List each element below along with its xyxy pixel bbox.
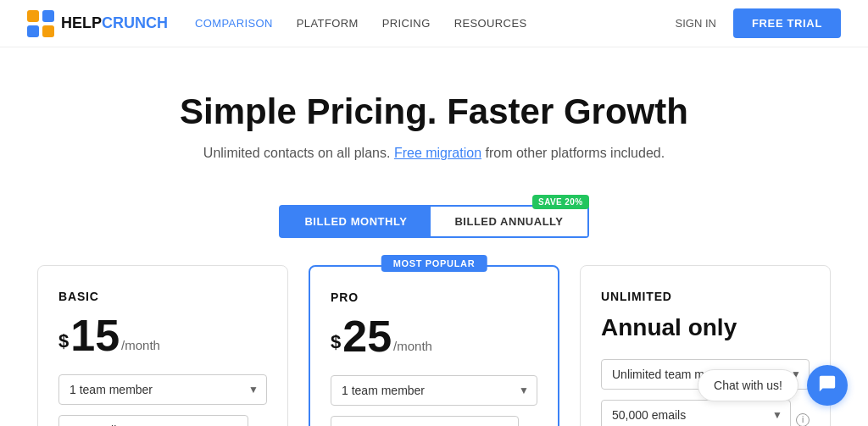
basic-price-amount: 15 (70, 313, 120, 357)
pro-email-select-wrapper: No emails 1,000 emails 5,000 emails 10,0… (331, 416, 519, 426)
nav-right: SIGN IN FREE TRIAL (676, 8, 841, 38)
nav-links: COMPARISON PLATFORM PRICING RESOURCES (195, 17, 527, 30)
svg-rect-3 (42, 25, 54, 37)
basic-email-select-wrapper: No emails 1,000 emails 5,000 emails 10,0… (58, 415, 248, 426)
nav-link-pricing[interactable]: PRICING (382, 17, 431, 30)
basic-plan-card: BASIC $ 15 /month 1 team member 2 team m… (37, 265, 288, 426)
chat-icon (818, 374, 837, 397)
unlimited-plan-title: UNLIMITED (601, 290, 810, 303)
pro-plan-title: PRO (331, 290, 537, 304)
hero-section: Simple Pricing. Faster Growth Unlimited … (0, 47, 868, 181)
unlimited-annual-label: Annual only (601, 313, 810, 342)
pro-team-select-wrapper: 1 team member 2 team members 3 team memb… (331, 375, 537, 406)
pro-email-row: No emails 1,000 emails 5,000 emails 10,0… (331, 416, 537, 426)
pro-price-period: /month (393, 339, 432, 353)
basic-email-row: No emails 1,000 emails 5,000 emails 10,0… (58, 415, 267, 426)
free-trial-button[interactable]: FREE TRIAL (733, 8, 841, 38)
pro-price-dollar: $ (331, 333, 341, 351)
pro-team-select[interactable]: 1 team member 2 team members 3 team memb… (331, 375, 537, 406)
basic-team-select-wrapper: 1 team member 2 team members 3 team memb… (58, 374, 267, 405)
hero-subtitle: Unlimited contacts on all plans. Free mi… (17, 146, 851, 161)
nav-link-comparison[interactable]: COMPARISON (195, 17, 273, 30)
sign-in-link[interactable]: SIGN IN (676, 17, 716, 30)
svg-rect-1 (42, 10, 54, 22)
pro-email-select[interactable]: No emails 1,000 emails 5,000 emails 10,0… (331, 416, 519, 426)
chat-label: Chat with us! (698, 369, 798, 401)
free-migration-link[interactable]: Free migration (394, 146, 481, 160)
billing-monthly-button[interactable]: BILLED MONTHLY (281, 207, 431, 236)
unlimited-email-info-icon[interactable]: i (796, 413, 810, 426)
pro-price-amount: 25 (342, 314, 392, 358)
most-popular-badge: MOST POPULAR (381, 255, 487, 272)
basic-plan-title: BASIC (58, 290, 267, 303)
chat-widget: Chat with us! (698, 365, 848, 406)
logo-text: HELPCRUNCH (61, 14, 168, 32)
billing-annually-button[interactable]: BILLED ANNUALLY SAVE 20% (431, 207, 587, 236)
nav-link-resources[interactable]: RESOURCES (454, 17, 527, 30)
basic-price: $ 15 /month (58, 313, 267, 357)
nav-link-platform[interactable]: PLATFORM (297, 17, 359, 30)
basic-price-period: /month (121, 338, 160, 352)
billing-toggle: BILLED MONTHLY BILLED ANNUALLY SAVE 20% (0, 205, 868, 238)
basic-email-select[interactable]: No emails 1,000 emails 5,000 emails 10,0… (58, 415, 248, 426)
chat-button[interactable] (807, 365, 848, 406)
navbar: HELPCRUNCH COMPARISON PLATFORM PRICING R… (0, 0, 868, 47)
basic-price-dollar: $ (58, 332, 69, 351)
page-title: Simple Pricing. Faster Growth (17, 91, 851, 132)
svg-rect-2 (27, 25, 39, 37)
logo[interactable]: HELPCRUNCH (27, 10, 168, 37)
pro-plan-card: MOST POPULAR PRO $ 25 /month 1 team memb… (309, 265, 559, 426)
logo-icon (27, 10, 54, 37)
pro-price: $ 25 /month (331, 314, 537, 358)
save-badge: SAVE 20% (532, 195, 588, 209)
svg-rect-0 (27, 10, 39, 22)
basic-team-select[interactable]: 1 team member 2 team members 3 team memb… (58, 374, 267, 405)
